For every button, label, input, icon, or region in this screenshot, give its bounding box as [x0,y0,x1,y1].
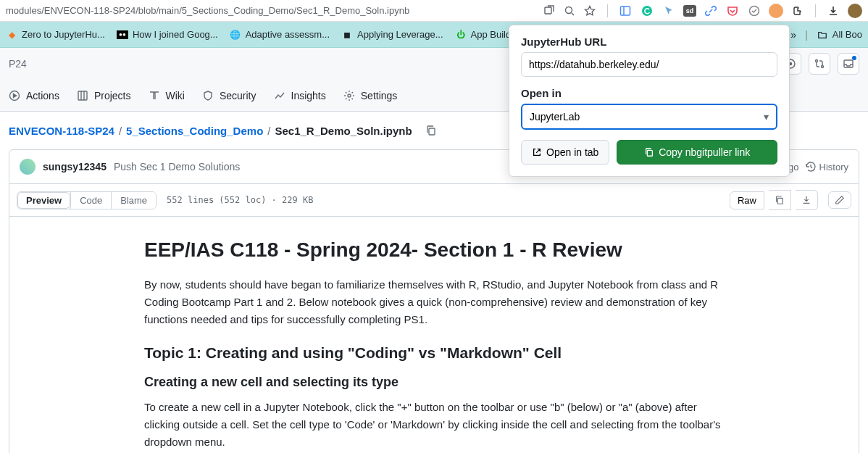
download-raw-icon[interactable] [796,190,818,210]
notebook-p2: To create a new cell in a Jupyter Notebo… [144,399,724,451]
history-label: History [819,162,848,173]
play-icon [9,90,20,101]
svg-point-7 [816,60,818,62]
commit-message[interactable]: Push Sec 1 Demo Solutions [114,161,240,173]
author-avatar[interactable] [20,159,36,175]
breadcrumb-sep: / [267,125,270,137]
open-tab-label: Open in tab [546,146,598,158]
nav-label: Projects [94,90,131,101]
repo-title: P24 [9,58,27,70]
svg-point-8 [822,66,824,68]
puzzle-icon[interactable] [790,4,805,18]
tab-blame[interactable]: Blame [111,192,156,209]
git-compare-icon[interactable] [809,53,830,75]
nav-security[interactable]: Security [202,84,256,107]
nav-label: Wiki [166,90,185,101]
edit-icon[interactable] [828,191,851,209]
repo-tag: P24 [9,58,27,70]
open-in-tab-button[interactable]: Open in tab [521,140,609,165]
bookmark-zero-jupyterhub[interactable]: ◆ Zero to JupyterHu... [6,29,105,41]
download-icon[interactable] [826,4,840,18]
bookmark-label: Zero to JupyterHu... [22,29,105,40]
nav-label: Security [220,90,256,101]
svg-rect-12 [429,128,435,135]
bookmarks-folder[interactable]: All Boo [817,29,862,41]
svg-rect-10 [78,91,87,100]
profile-avatar[interactable] [848,4,862,18]
notebook-preview: EEP/IAS C118 - Spring 2024- Section 1 - … [9,217,859,453]
copy-link-label: Copy nbgitpuller link [659,146,750,158]
url-label: JupyterHub URL [521,36,777,48]
power-icon: ⏻ [455,29,467,41]
raw-button[interactable]: Raw [730,191,764,209]
breadcrumb-sep: / [119,125,122,137]
notebook-subhead: Creating a new cell and selecting its ty… [144,375,724,390]
svg-point-1 [566,7,572,13]
grammarly-icon[interactable] [640,4,654,18]
commit-author[interactable]: sungsy12345 [43,161,107,173]
nav-settings[interactable]: Settings [343,84,398,107]
openin-select[interactable]: JupyterLab [521,104,777,130]
divider [607,4,608,17]
bookmark-label: App Build [471,29,512,40]
gear-icon [343,90,355,101]
nav-projects[interactable]: Projects [77,84,131,107]
pocket-icon[interactable] [725,4,740,18]
bookmarks-right: » | All Boo [790,29,862,41]
openin-label: Open in [521,87,777,99]
bookmark-label: Adaptive assessm... [246,29,330,40]
bookmark-adaptive[interactable]: 🌐 Adaptive assessm... [230,29,330,41]
project-icon [77,90,88,101]
zoom-icon[interactable] [564,5,575,17]
jupyterhub-url-input[interactable] [521,52,777,77]
tab-preview[interactable]: Preview [17,192,70,209]
nav-insights[interactable]: Insights [274,84,326,107]
graph-icon [274,90,285,101]
nav-label: Insights [291,90,326,101]
star-icon[interactable] [584,5,596,17]
book-icon [149,90,160,101]
nav-label: Settings [361,90,398,101]
folder-label: All Boo [832,29,862,40]
url-text: modules/ENVECON-118-SP24/blob/main/5_Sec… [6,5,543,16]
svg-rect-2 [621,7,630,15]
bookmark-appbuild[interactable]: ⏻ App Build [455,29,512,41]
bookmark-leverage[interactable]: ◼ Applying Leverage... [341,29,443,41]
nav-wiki[interactable]: Wiki [149,84,185,107]
extension-icons: sd [604,4,862,18]
browser-url-bar: modules/ENVECON-118-SP24/blob/main/5_Sec… [0,0,868,22]
divider: | [805,29,808,41]
svg-rect-13 [777,198,783,204]
new-tab-icon[interactable] [543,5,555,17]
svg-rect-14 [648,150,653,156]
bookmarks-overflow[interactable]: » [790,29,796,41]
cube-icon: ◼ [341,29,353,41]
history-link[interactable]: History [805,161,848,173]
file-actions: Raw [730,190,851,210]
repo-actions [780,53,859,75]
bookmark-medium[interactable]: ●● How I joined Goog... [117,29,218,40]
divider [815,4,816,17]
nav-label: Actions [26,90,59,101]
inbox-icon[interactable] [838,53,859,75]
breadcrumb-current: Sec1_R_Demo_Soln.ipynb [275,125,412,137]
tab-code[interactable]: Code [70,192,111,209]
sd-icon[interactable]: sd [683,5,696,17]
notebook-intro: By now, students should have began to fa… [144,276,724,328]
cursor-icon[interactable] [662,4,676,18]
link-icon[interactable] [704,4,718,18]
check-icon[interactable] [747,4,761,18]
breadcrumb-folder[interactable]: 5_Sections_Coding_Demo [126,125,263,137]
sidepanel-icon[interactable] [618,4,633,18]
copy-path-icon[interactable] [422,122,440,139]
avatar-icon[interactable] [769,4,783,18]
copy-raw-icon[interactable] [769,190,791,210]
svg-rect-0 [545,7,551,14]
breadcrumb-root[interactable]: ENVECON-118-SP24 [9,125,114,137]
nav-actions[interactable]: Actions [9,84,59,107]
notebook-h1: EEP/IAS C118 - Spring 2024- Section 1 - … [144,238,724,262]
url-action-icons [543,5,596,17]
copy-link-button[interactable]: Copy nbgitpuller link [617,140,777,165]
view-tabs: Preview Code Blame [17,191,157,209]
shield-icon [202,90,214,101]
